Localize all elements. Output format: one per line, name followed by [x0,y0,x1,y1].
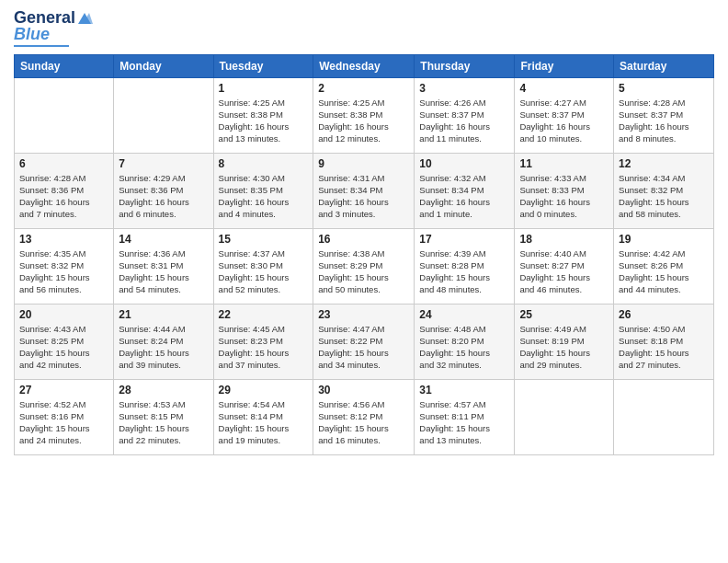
day-number: 7 [119,157,208,170]
day-info: Sunrise: 4:53 AMSunset: 8:15 PMDaylight:… [119,398,208,447]
day-info: Sunrise: 4:57 AMSunset: 8:11 PMDaylight:… [419,398,509,447]
calendar-cell: 29Sunrise: 4:54 AMSunset: 8:14 PMDayligh… [213,379,313,454]
calendar-cell: 19Sunrise: 4:42 AMSunset: 8:26 PMDayligh… [614,228,714,304]
weekday-header: Wednesday [313,54,415,77]
day-number: 1 [219,82,309,95]
day-info: Sunrise: 4:39 AMSunset: 8:28 PMDaylight:… [419,247,509,296]
calendar-cell: 3Sunrise: 4:26 AMSunset: 8:37 PMDaylight… [415,77,515,153]
day-number: 3 [419,82,509,95]
day-info: Sunrise: 4:56 AMSunset: 8:12 PMDaylight:… [318,398,409,447]
day-number: 13 [19,233,108,246]
calendar-cell: 16Sunrise: 4:38 AMSunset: 8:29 PMDayligh… [313,228,415,304]
day-info: Sunrise: 4:47 AMSunset: 8:22 PMDaylight:… [318,323,409,372]
calendar-cell [515,379,614,454]
calendar-cell: 22Sunrise: 4:45 AMSunset: 8:23 PMDayligh… [213,304,313,379]
calendar-cell: 21Sunrise: 4:44 AMSunset: 8:24 PMDayligh… [114,304,213,379]
day-number: 5 [619,82,709,95]
weekday-header: Monday [114,54,213,77]
day-info: Sunrise: 4:26 AMSunset: 8:37 PMDaylight:… [419,97,509,145]
calendar-cell [614,379,714,454]
day-number: 30 [318,384,409,396]
calendar-cell: 20Sunrise: 4:43 AMSunset: 8:25 PMDayligh… [15,304,114,379]
day-info: Sunrise: 4:35 AMSunset: 8:32 PMDaylight:… [19,247,108,296]
day-number: 24 [419,308,509,321]
calendar-cell: 25Sunrise: 4:49 AMSunset: 8:19 PMDayligh… [515,304,614,379]
day-number: 6 [19,157,108,170]
calendar-cell: 14Sunrise: 4:36 AMSunset: 8:31 PMDayligh… [114,228,213,304]
day-number: 12 [619,157,709,170]
calendar-cell: 9Sunrise: 4:31 AMSunset: 8:34 PMDaylight… [313,153,415,228]
calendar-cell: 17Sunrise: 4:39 AMSunset: 8:28 PMDayligh… [415,228,515,304]
calendar-cell: 8Sunrise: 4:30 AMSunset: 8:35 PMDaylight… [213,153,313,228]
day-number: 15 [219,233,309,246]
logo-blue: Blue [14,26,50,44]
day-info: Sunrise: 4:40 AMSunset: 8:27 PMDaylight:… [519,247,609,296]
day-number: 22 [219,308,309,321]
day-number: 27 [19,384,108,396]
calendar-cell: 18Sunrise: 4:40 AMSunset: 8:27 PMDayligh… [515,228,614,304]
day-number: 28 [119,384,208,396]
day-number: 25 [519,308,609,321]
calendar-week-row: 20Sunrise: 4:43 AMSunset: 8:25 PMDayligh… [15,304,714,379]
day-number: 4 [519,82,609,95]
calendar-week-row: 6Sunrise: 4:28 AMSunset: 8:36 PMDaylight… [15,153,714,228]
day-info: Sunrise: 4:44 AMSunset: 8:24 PMDaylight:… [119,323,208,372]
calendar-cell: 6Sunrise: 4:28 AMSunset: 8:36 PMDaylight… [15,153,114,228]
calendar-table: SundayMondayTuesdayWednesdayThursdayFrid… [14,54,714,455]
day-number: 10 [419,157,509,170]
day-number: 18 [519,233,609,246]
calendar-cell: 15Sunrise: 4:37 AMSunset: 8:30 PMDayligh… [213,228,313,304]
day-info: Sunrise: 4:25 AMSunset: 8:38 PMDaylight:… [219,97,309,145]
day-info: Sunrise: 4:43 AMSunset: 8:25 PMDaylight:… [19,323,108,372]
calendar-cell: 5Sunrise: 4:28 AMSunset: 8:37 PMDaylight… [614,77,714,153]
day-number: 29 [219,384,309,396]
header: General Blue [14,9,714,47]
calendar-cell: 24Sunrise: 4:48 AMSunset: 8:20 PMDayligh… [415,304,515,379]
day-number: 26 [619,308,709,321]
calendar-cell: 30Sunrise: 4:56 AMSunset: 8:12 PMDayligh… [313,379,415,454]
day-info: Sunrise: 4:37 AMSunset: 8:30 PMDaylight:… [219,247,309,296]
day-info: Sunrise: 4:52 AMSunset: 8:16 PMDaylight:… [19,398,108,447]
weekday-header: Tuesday [213,54,313,77]
calendar-week-row: 13Sunrise: 4:35 AMSunset: 8:32 PMDayligh… [15,228,714,304]
calendar-cell: 31Sunrise: 4:57 AMSunset: 8:11 PMDayligh… [415,379,515,454]
day-number: 8 [219,157,309,170]
day-number: 14 [119,233,208,246]
weekday-header: Sunday [15,54,114,77]
day-info: Sunrise: 4:42 AMSunset: 8:26 PMDaylight:… [619,247,709,296]
weekday-header: Friday [515,54,614,77]
calendar-week-row: 1Sunrise: 4:25 AMSunset: 8:38 PMDaylight… [15,77,714,153]
day-number: 11 [519,157,609,170]
calendar-cell: 28Sunrise: 4:53 AMSunset: 8:15 PMDayligh… [114,379,213,454]
calendar-cell: 23Sunrise: 4:47 AMSunset: 8:22 PMDayligh… [313,304,415,379]
day-info: Sunrise: 4:34 AMSunset: 8:32 PMDaylight:… [619,172,709,221]
day-number: 9 [318,157,409,170]
day-number: 20 [19,308,108,321]
day-info: Sunrise: 4:45 AMSunset: 8:23 PMDaylight:… [219,323,309,372]
calendar-week-row: 27Sunrise: 4:52 AMSunset: 8:16 PMDayligh… [15,379,714,454]
day-info: Sunrise: 4:32 AMSunset: 8:34 PMDaylight:… [419,172,509,221]
day-number: 31 [419,384,509,396]
calendar-cell: 7Sunrise: 4:29 AMSunset: 8:36 PMDaylight… [114,153,213,228]
calendar-cell: 2Sunrise: 4:25 AMSunset: 8:38 PMDaylight… [313,77,415,153]
calendar-cell: 27Sunrise: 4:52 AMSunset: 8:16 PMDayligh… [15,379,114,454]
calendar-cell [114,77,213,153]
calendar-cell: 10Sunrise: 4:32 AMSunset: 8:34 PMDayligh… [415,153,515,228]
day-info: Sunrise: 4:54 AMSunset: 8:14 PMDaylight:… [219,398,309,447]
day-info: Sunrise: 4:36 AMSunset: 8:31 PMDaylight:… [119,247,208,296]
logo: General Blue [14,9,93,47]
day-number: 21 [119,308,208,321]
calendar-cell [15,77,114,153]
weekday-header-row: SundayMondayTuesdayWednesdayThursdayFrid… [15,54,714,77]
calendar-cell: 26Sunrise: 4:50 AMSunset: 8:18 PMDayligh… [614,304,714,379]
weekday-header: Thursday [415,54,515,77]
day-info: Sunrise: 4:33 AMSunset: 8:33 PMDaylight:… [519,172,609,221]
logo-underline [14,45,69,47]
weekday-header: Saturday [614,54,714,77]
calendar-cell: 4Sunrise: 4:27 AMSunset: 8:37 PMDaylight… [515,77,614,153]
calendar-cell: 1Sunrise: 4:25 AMSunset: 8:38 PMDaylight… [213,77,313,153]
day-number: 16 [318,233,409,246]
day-info: Sunrise: 4:31 AMSunset: 8:34 PMDaylight:… [318,172,409,221]
calendar-cell: 11Sunrise: 4:33 AMSunset: 8:33 PMDayligh… [515,153,614,228]
day-info: Sunrise: 4:48 AMSunset: 8:20 PMDaylight:… [419,323,509,372]
